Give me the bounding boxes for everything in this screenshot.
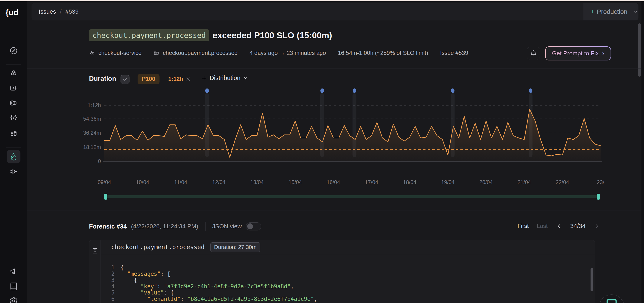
issue-title: checkout.payment.processed exceeded P100… xyxy=(89,29,332,41)
x-axis-tick: 09/04 xyxy=(90,179,119,185)
sidebar-item-containers[interactable] xyxy=(7,127,20,140)
issue-meta-item: 16:54m-1:00h (~259% of SLO limit) xyxy=(338,50,428,56)
pagination-first-button[interactable]: First xyxy=(518,223,528,229)
chart-metric-label: Duration xyxy=(89,75,116,83)
meta-text: 16:54m-1:00h (~259% of SLO limit) xyxy=(338,50,428,56)
time-range-slider-handle-right[interactable] xyxy=(597,194,600,200)
x-axis-tick: 12/04 xyxy=(204,179,234,185)
environment-label: Production xyxy=(597,8,628,15)
sidebar-item-megaphone[interactable] xyxy=(7,265,20,278)
chevron-down-icon xyxy=(243,75,248,81)
code-panel-gutter xyxy=(89,240,101,303)
remove-series-icon[interactable] xyxy=(184,75,192,83)
json-code-view[interactable]: 1{2 "messages": [3 {4 "key": "a7f3d9e2-c… xyxy=(101,254,595,303)
x-axis-tick: 18/04 xyxy=(395,179,425,185)
time-range-slider-handle-left[interactable] xyxy=(104,194,107,200)
notifications-bell-button[interactable] xyxy=(527,47,540,60)
chevron-left-icon[interactable] xyxy=(556,223,562,229)
pagination-position: 34/34 xyxy=(570,223,586,230)
series-checkbox[interactable] xyxy=(120,75,130,84)
code-braces-icon xyxy=(9,114,18,122)
forensic-header: Forensic #34 (4/22/2026, 11:24:34 PM) JS… xyxy=(89,222,261,231)
hexagons-icon xyxy=(9,69,18,78)
sidebar-item-gear[interactable] xyxy=(7,294,20,303)
sidebar-item-plug[interactable] xyxy=(7,165,20,178)
code-scrollbar-thumb[interactable] xyxy=(590,268,593,291)
signal-icon xyxy=(9,99,18,107)
sidebar-divider xyxy=(6,147,21,147)
line-number: 3 xyxy=(101,277,120,284)
pagination-last-button[interactable]: Last xyxy=(537,223,548,229)
code-line: 7 "traceLogId": "c9a2b5e4-f6d3-4c1a-9e8b… xyxy=(101,302,595,303)
containers-icon xyxy=(9,129,18,138)
expand-vertical-icon[interactable] xyxy=(92,248,98,303)
issue-meta-item: Issue #539 xyxy=(440,50,468,56)
code-text: "key": "a7f3d9e2-c4b1-4e8f-9d2a-7c3e5f1b… xyxy=(120,284,294,290)
sidebar-divider xyxy=(6,64,21,64)
add-distribution-dropdown[interactable]: Distribution xyxy=(201,74,248,81)
x-axis-tick: 13/04 xyxy=(242,179,272,185)
window-scroll-gutter xyxy=(642,1,644,303)
sidebar-item-code-braces[interactable] xyxy=(7,111,20,125)
x-axis-tick: 22/04 xyxy=(548,179,577,185)
forensic-title: Forensic #34 xyxy=(89,223,127,230)
breadcrumb-separator: / xyxy=(60,8,62,15)
x-axis-tick: 19/04 xyxy=(433,179,463,185)
code-line: 1{ xyxy=(101,265,595,271)
meta-text: checkout-service xyxy=(98,50,142,56)
x-axis-tick: 17/04 xyxy=(357,179,386,185)
chevron-right-icon[interactable] xyxy=(594,223,600,229)
megaphone-icon xyxy=(9,267,18,276)
environment-selector[interactable]: Production xyxy=(583,3,638,20)
code-text: "tenantId": "b8e4c1a6-d5f2-4a9b-8c3d-2e6… xyxy=(120,296,317,302)
meta-text: 4 days ago → 23 minutes ago xyxy=(250,50,326,56)
code-text: { xyxy=(120,277,137,284)
x-axis-tick: 20/04 xyxy=(471,179,501,185)
y-axis-tick: 18:12m xyxy=(76,144,101,150)
get-prompt-to-fix-button[interactable]: Get Prompt to Fix › xyxy=(545,46,611,60)
sidebar-item-compass[interactable] xyxy=(7,44,20,57)
x-axis-tick: 16/04 xyxy=(318,179,348,185)
json-view-toggle[interactable] xyxy=(246,222,261,231)
sidebar-item-flame[interactable] xyxy=(7,150,20,163)
time-range-slider-track[interactable] xyxy=(105,195,600,198)
line-number: 6 xyxy=(101,296,120,302)
sidebar-item-book[interactable] xyxy=(7,280,20,293)
code-panel-header: checkout.payment.processed Duration: 27:… xyxy=(101,240,595,254)
sidebar-item-signal[interactable] xyxy=(7,96,20,110)
series-badge-p100[interactable]: P100 xyxy=(138,74,160,84)
flame-icon xyxy=(9,152,18,161)
code-text: "value": { xyxy=(120,290,174,296)
forensic-pagination: First Last 34/34 xyxy=(518,223,600,230)
duration-chart[interactable] xyxy=(89,83,611,164)
section-divider xyxy=(27,68,642,69)
line-number: 4 xyxy=(101,284,120,290)
code-panel-duration-badge: Duration: 27:30m xyxy=(210,242,260,252)
issue-meta-item: 4 days ago → 23 minutes ago xyxy=(250,50,326,56)
signal-icon xyxy=(154,50,160,56)
hexagons-icon xyxy=(89,50,96,56)
issue-meta-row: checkout-servicecheckout.payment.process… xyxy=(89,50,468,56)
breadcrumb: Issues / #539 xyxy=(39,3,78,20)
compass-icon xyxy=(9,46,18,55)
x-axis-tick: 10/04 xyxy=(128,179,158,185)
plus-icon xyxy=(201,75,207,81)
sidebar-item-traces[interactable] xyxy=(7,81,20,95)
gear-icon xyxy=(9,297,18,303)
chevron-down-icon xyxy=(633,9,638,14)
sidebar-item-hexagons[interactable] xyxy=(7,67,20,80)
add-distribution-label: Distribution xyxy=(210,74,240,81)
breadcrumb-issues[interactable]: Issues xyxy=(39,8,56,15)
meta-text: checkout.payment.processed xyxy=(163,50,238,56)
book-icon xyxy=(9,282,18,291)
code-line: 2 "messages": [ xyxy=(101,271,595,277)
code-line: 4 "key": "a7f3d9e2-c4b1-4e8f-9d2a-7c3e5f… xyxy=(101,284,595,290)
sidebar: {ud xyxy=(0,1,27,303)
line-number: 1 xyxy=(101,265,120,271)
code-line: 5 "value": { xyxy=(101,290,595,296)
y-axis-tick: 1:12h xyxy=(76,102,101,108)
x-axis-tick: 23/ xyxy=(586,179,616,185)
plug-icon xyxy=(9,167,18,176)
code-line: 6 "tenantId": "b8e4c1a6-d5f2-4a9b-8c3d-2… xyxy=(101,296,595,302)
forensic-timestamp: (4/22/2026, 11:24:34 PM) xyxy=(131,223,198,230)
